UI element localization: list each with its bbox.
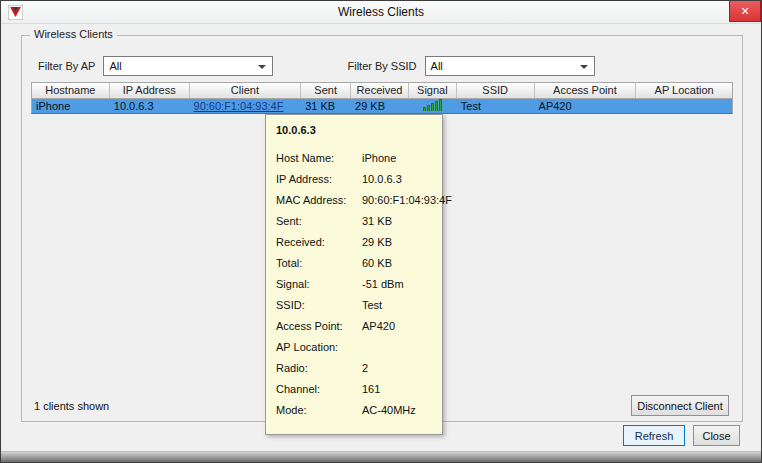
tooltip-field-row: Received:29 KB: [276, 236, 432, 257]
tooltip-field-row: Radio:2: [276, 362, 432, 383]
column-header-sent[interactable]: Sent: [301, 83, 351, 98]
cell-signal: [409, 99, 457, 113]
filter-by-ap-label: Filter By AP: [38, 60, 95, 72]
clients-table: Hostname IP Address Client Sent Received…: [31, 82, 733, 114]
groupbox-label: Wireless Clients: [30, 28, 117, 40]
tooltip-field-row: Signal:-51 dBm: [276, 278, 432, 299]
tooltip-field-row: AP Location:: [276, 341, 432, 362]
tooltip-field-row: IP Address:10.0.6.3: [276, 173, 432, 194]
tooltip-field-row: SSID:Test: [276, 299, 432, 320]
cell-access-point: AP420: [535, 99, 637, 113]
tooltip-field-label: Radio:: [276, 362, 362, 383]
table-header: Hostname IP Address Client Sent Received…: [31, 82, 733, 99]
tooltip-field-label: Signal:: [276, 278, 362, 299]
client-mac-link[interactable]: 90:60:F1:04:93:4F: [194, 100, 284, 112]
filter-by-ssid-label: Filter By SSID: [347, 60, 416, 72]
column-header-ssid[interactable]: SSID: [457, 83, 535, 98]
column-header-signal[interactable]: Signal: [409, 83, 457, 98]
tooltip-field-value: 90:60:F1:04:93:4F: [362, 194, 452, 215]
column-header-hostname[interactable]: Hostname: [32, 83, 110, 98]
close-button[interactable]: Close: [693, 425, 740, 446]
clients-shown-status: 1 clients shown: [34, 400, 109, 412]
tooltip-field-label: Channel:: [276, 383, 362, 404]
wireless-clients-group: Wireless Clients Filter By AP All Filter…: [21, 35, 743, 422]
tooltip-field-value: 2: [362, 362, 432, 383]
filter-by-ap-value: All: [109, 60, 121, 72]
window-title: Wireless Clients: [1, 5, 761, 19]
tooltip-field-label: SSID:: [276, 299, 362, 320]
tooltip-field-label: MAC Address:: [276, 194, 362, 215]
cell-ap-location: [636, 99, 732, 113]
chevron-down-icon: [258, 65, 266, 69]
tooltip-field-value: 161: [362, 383, 432, 404]
column-header-ap-location[interactable]: AP Location: [636, 83, 732, 98]
tooltip-field-value: [362, 341, 432, 362]
tooltip-field-label: Access Point:: [276, 320, 362, 341]
tooltip-field-value: -51 dBm: [362, 278, 432, 299]
window-footer: [1, 451, 761, 462]
chevron-down-icon: [580, 65, 588, 69]
tooltip-field-label: Mode:: [276, 404, 362, 425]
filter-by-ssid-value: All: [431, 60, 443, 72]
cell-ip-address: 10.0.6.3: [110, 99, 190, 113]
tooltip-field-row: Host Name:iPhone: [276, 152, 432, 173]
tooltip-field-label: Total:: [276, 257, 362, 278]
tooltip-field-value: 31 KB: [362, 215, 432, 236]
tooltip-title: 10.0.6.3: [276, 124, 432, 136]
tooltip-field-label: Sent:: [276, 215, 362, 236]
tooltip-field-label: Received:: [276, 236, 362, 257]
cell-hostname: iPhone: [32, 99, 110, 113]
tooltip-field-value: 29 KB: [362, 236, 432, 257]
signal-strength-icon: [423, 99, 442, 111]
tooltip-field-value: 60 KB: [362, 257, 432, 278]
filter-row: Filter By AP All Filter By SSID All: [38, 56, 595, 76]
disconnect-client-button[interactable]: Disconnect Client: [631, 395, 729, 416]
close-icon[interactable]: ✕: [729, 1, 761, 22]
column-header-received[interactable]: Received: [351, 83, 409, 98]
tooltip-field-value: AC-40MHz: [362, 404, 432, 425]
tooltip-field-row: Total:60 KB: [276, 257, 432, 278]
column-header-ip-address[interactable]: IP Address: [110, 83, 190, 98]
table-row[interactable]: iPhone 10.0.6.3 90:60:F1:04:93:4F 31 KB …: [31, 99, 733, 114]
cell-ssid: Test: [457, 99, 535, 113]
cell-sent: 31 KB: [301, 99, 351, 113]
cell-client-mac: 90:60:F1:04:93:4F: [190, 99, 302, 113]
tooltip-field-value: AP420: [362, 320, 432, 341]
cell-received: 29 KB: [351, 99, 409, 113]
tooltip-field-row: Mode:AC-40MHz: [276, 404, 432, 425]
column-header-access-point[interactable]: Access Point: [535, 83, 637, 98]
filter-by-ap-select[interactable]: All: [103, 56, 273, 76]
tooltip-field-row: Access Point:AP420: [276, 320, 432, 341]
tooltip-field-label: IP Address:: [276, 173, 362, 194]
filter-by-ssid-select[interactable]: All: [425, 56, 595, 76]
tooltip-field-row: Channel:161: [276, 383, 432, 404]
tooltip-field-value: 10.0.6.3: [362, 173, 432, 194]
tooltip-field-row: MAC Address:90:60:F1:04:93:4F: [276, 194, 432, 215]
refresh-button[interactable]: Refresh: [623, 425, 685, 446]
tooltip-field-label: Host Name:: [276, 152, 362, 173]
wireless-clients-dialog: Wireless Clients ✕ Wireless Clients Filt…: [0, 0, 762, 463]
title-bar[interactable]: Wireless Clients ✕: [1, 1, 761, 24]
tooltip-field-label: AP Location:: [276, 341, 362, 362]
column-header-client[interactable]: Client: [190, 83, 302, 98]
tooltip-field-value: iPhone: [362, 152, 432, 173]
tooltip-field-row: Sent:31 KB: [276, 215, 432, 236]
client-tooltip: 10.0.6.3 Host Name:iPhone IP Address:10.…: [265, 114, 443, 435]
tooltip-field-value: Test: [362, 299, 432, 320]
